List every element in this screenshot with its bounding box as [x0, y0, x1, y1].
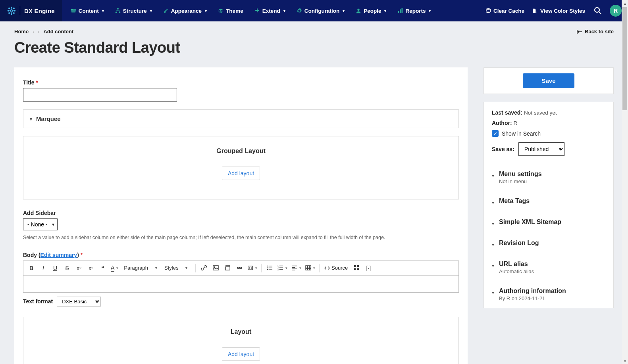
bullet-list-button[interactable]	[264, 262, 275, 274]
anchor-button[interactable]	[234, 262, 245, 274]
vertical-scrollbar[interactable]: ▴ ▾	[622, 0, 628, 364]
underline-button[interactable]: U	[50, 262, 61, 274]
svg-rect-15	[119, 12, 120, 13]
sidebar: Save Last saved: Not saved yet Author: R…	[484, 67, 614, 308]
save-as-label: Save as:	[492, 146, 514, 152]
chevron-down-icon: ▾	[492, 173, 494, 178]
svg-point-2	[11, 13, 12, 15]
superscript-button[interactable]: x2	[73, 262, 85, 274]
grid-icon	[354, 265, 360, 271]
paragraph-format-select[interactable]: Paragraph	[121, 262, 160, 274]
last-saved-line: Last saved: Not saved yet	[492, 109, 605, 116]
accordion-url-alias[interactable]: ▾ URL alias Automatic alias	[484, 254, 613, 281]
special-chars-button[interactable]	[351, 262, 362, 274]
italic-button[interactable]: I	[38, 262, 49, 274]
strikethrough-button[interactable]: S	[62, 262, 73, 274]
table-icon	[305, 265, 311, 271]
nav-item-theme[interactable]: Theme	[212, 0, 249, 21]
subscript-button[interactable]: x2	[85, 262, 96, 274]
chevron-down-icon: ▾	[283, 9, 285, 13]
scroll-up-arrow-icon[interactable]: ▴	[622, 0, 628, 6]
svg-point-7	[9, 13, 10, 14]
save-panel: Save	[484, 67, 614, 94]
accordion-authoring-information[interactable]: ▾ Authoring information By R on 2024-11-…	[484, 281, 613, 308]
svg-point-33	[267, 267, 268, 268]
remove-format-button[interactable]: [·]	[363, 262, 374, 274]
scrollbar-thumb[interactable]	[622, 7, 627, 110]
acc-title: Revision Log	[499, 239, 539, 247]
add-layout-button[interactable]: Add layout	[222, 167, 260, 180]
accordion-meta-tags[interactable]: ▾ Meta Tags	[484, 191, 613, 212]
styles-select[interactable]: Styles	[161, 262, 193, 274]
svg-line-24	[599, 12, 601, 14]
number-list-button[interactable]: 123	[276, 262, 289, 274]
text-color-button[interactable]: A	[109, 262, 120, 274]
marquee-toggle[interactable]: ▾ Marquee	[23, 110, 458, 128]
code-icon	[324, 265, 330, 271]
breadcrumb-add-content[interactable]: Add content	[43, 29, 73, 34]
nav-item-content[interactable]: Content ▾	[65, 0, 110, 21]
back-to-site-link[interactable]: Back to site	[577, 29, 614, 34]
brand-name: DX Engine	[24, 8, 55, 14]
show-in-search-checkbox[interactable]: ✓	[492, 130, 499, 137]
bold-button[interactable]: B	[26, 262, 37, 274]
add-sidebar-select[interactable]: - None -	[23, 218, 58, 230]
accordion-revision-log[interactable]: ▾ Revision Log	[484, 233, 613, 254]
add-layout-button-2[interactable]: Add layout	[222, 347, 260, 361]
breadcrumb: Home › › Add content	[14, 29, 73, 34]
title-input[interactable]	[23, 88, 177, 102]
back-label: Back to site	[585, 29, 614, 34]
view-color-styles-button[interactable]: View Color Styles	[528, 8, 589, 14]
image-button[interactable]	[210, 262, 221, 274]
editor-content-area[interactable]	[23, 276, 458, 292]
align-button[interactable]	[290, 262, 303, 274]
save-as-select[interactable]: Published	[518, 142, 564, 156]
body-editor: B I U S x2 x2 ❝ A Paragraph Styles	[23, 261, 459, 293]
svg-rect-55	[354, 268, 356, 270]
chevron-down-icon: ▾	[492, 200, 494, 205]
svg-rect-26	[213, 266, 218, 270]
svg-rect-43	[279, 269, 283, 270]
align-icon	[291, 265, 297, 271]
svg-rect-13	[117, 8, 119, 10]
svg-rect-45	[292, 267, 295, 268]
acc-subtitle: Not in menu	[499, 178, 542, 184]
clear-cache-button[interactable]: Clear Cache	[482, 8, 528, 14]
svg-point-16	[358, 9, 360, 11]
search-button[interactable]	[589, 7, 607, 15]
blockquote-button[interactable]: ❝	[97, 262, 108, 274]
nav-label: Structure	[123, 8, 147, 14]
accordion-menu-settings[interactable]: ▾ Menu settings Not in menu	[484, 164, 613, 191]
table-button[interactable]	[304, 262, 317, 274]
media-button[interactable]	[222, 262, 233, 274]
user-avatar[interactable]: R	[610, 5, 622, 17]
text-format-select[interactable]: DXE Basic	[57, 297, 101, 307]
toolbar-separator	[319, 264, 320, 272]
label-prefix: Body (	[23, 252, 40, 258]
nav-item-structure[interactable]: Structure ▾	[110, 0, 158, 21]
chevron-right-icon: ›	[38, 29, 40, 34]
nav-item-reports[interactable]: Reports ▾	[392, 0, 436, 21]
chevron-down-icon: ▾	[205, 9, 207, 13]
nav-item-extend[interactable]: Extend ▾	[249, 0, 291, 21]
accordion-simple-xml-sitemap[interactable]: ▾ Simple XML Sitemap	[484, 212, 613, 233]
brand-block[interactable]: DX Engine	[0, 0, 62, 21]
swatch-icon	[532, 8, 538, 13]
layout-heading: Layout	[23, 328, 458, 335]
nav-item-appearance[interactable]: Appearance ▾	[158, 0, 212, 21]
link-button[interactable]	[198, 262, 209, 274]
nav-item-people[interactable]: People ▾	[350, 0, 392, 21]
nav-label: People	[364, 8, 381, 14]
label-text: Title	[23, 79, 35, 86]
scroll-down-arrow-icon[interactable]: ▾	[622, 358, 628, 364]
svg-point-5	[9, 8, 10, 9]
svg-rect-56	[357, 268, 359, 270]
back-icon	[577, 29, 582, 34]
save-button[interactable]: Save	[523, 73, 574, 88]
nav-item-configuration[interactable]: Configuration ▾	[291, 0, 350, 21]
marquee-panel: ▾ Marquee	[23, 109, 459, 128]
embed-button[interactable]	[246, 262, 259, 274]
source-button[interactable]: Source	[322, 262, 350, 274]
breadcrumb-home[interactable]: Home	[14, 29, 29, 34]
edit-summary-link[interactable]: Edit summary	[40, 252, 77, 258]
